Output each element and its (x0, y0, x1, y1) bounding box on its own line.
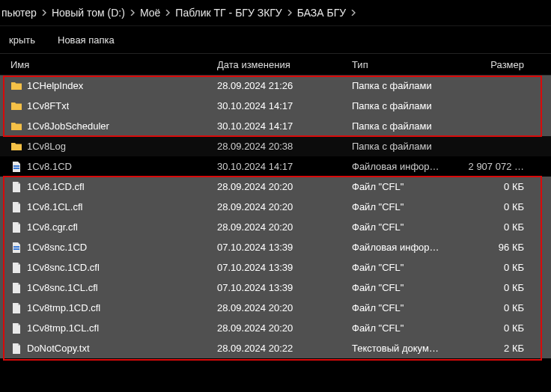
table-row[interactable]: 1Cv8JobScheduler30.10.2024 14:17Папка с … (0, 116, 551, 136)
file-name: 1Cv8JobScheduler (27, 120, 109, 132)
file-size: 0 КБ (464, 221, 524, 233)
table-row[interactable]: 1Cv8.cgr.cfl28.09.2024 20:20Файл "CFL"0 … (0, 217, 551, 237)
folder-icon (10, 80, 22, 92)
chevron-right-icon (284, 10, 296, 16)
breadcrumb-segment[interactable]: БАЗА БГУ (296, 7, 347, 19)
file-name: 1Cv8snc.1CD (27, 242, 87, 253)
file-icon (10, 221, 22, 233)
file-name: 1Cv8FTxt (27, 100, 69, 111)
file-date: 28.09.2024 21:26 (217, 80, 352, 91)
file-date: 07.10.2024 13:39 (217, 242, 352, 253)
table-row[interactable]: 1Cv8tmp.1CD.cfl28.09.2024 20:20Файл "CFL… (0, 298, 551, 318)
file-icon (10, 302, 22, 314)
breadcrumb-segment[interactable]: Моё (138, 7, 162, 19)
folder-icon (10, 120, 22, 132)
chevron-right-icon (162, 10, 174, 16)
folder-icon (10, 100, 22, 112)
open-button[interactable]: крыть (4, 31, 40, 49)
file-date: 30.10.2024 14:17 (217, 161, 352, 172)
file-list: 1CHelpIndex28.09.2024 21:26Папка с файла… (0, 76, 551, 358)
file-type: Папка с файлами (352, 80, 464, 91)
file-type: Текстовый докум… (352, 343, 464, 354)
chevron-right-icon (347, 10, 359, 16)
file-icon (10, 201, 22, 213)
breadcrumb-segment[interactable]: пьютер (0, 7, 38, 19)
table-row[interactable]: 1Cv8snc.1CD07.10.2024 13:39Файловая инфо… (0, 237, 551, 257)
breadcrumb-segment[interactable]: Новый том (D:) (50, 7, 127, 19)
header-date[interactable]: Дата изменения (217, 59, 352, 70)
table-row[interactable]: 1Cv8Log28.09.2024 20:38Папка с файлами (0, 136, 551, 156)
file-name: DoNotCopy.txt (27, 343, 90, 354)
file-date: 07.10.2024 13:39 (217, 262, 352, 273)
breadcrumb[interactable]: пьютерНовый том (D:)МоёПаблик ТГ - БГУ З… (0, 0, 551, 26)
file-date: 28.09.2024 20:20 (217, 221, 352, 233)
file-date: 30.10.2024 14:17 (217, 100, 352, 111)
file-date: 28.09.2024 20:20 (217, 302, 352, 313)
file-name: 1Cv8Log (27, 141, 66, 152)
file-type: Файл "CFL" (352, 181, 464, 192)
file-size: 2 КБ (464, 343, 524, 354)
file-name: 1Cv8tmp.1CD.cfl (27, 302, 100, 313)
table-row[interactable]: 1Cv8.1CL.cfl28.09.2024 20:20Файл "CFL"0 … (0, 197, 551, 217)
file-size: 0 КБ (464, 181, 524, 192)
chevron-right-icon (127, 10, 138, 16)
svg-rect-0 (13, 165, 19, 167)
file-name: 1CHelpIndex (27, 80, 83, 91)
table-row[interactable]: 1Cv8.1CD30.10.2024 14:17Файловая инфор…2… (0, 156, 551, 177)
breadcrumb-segment[interactable]: Паблик ТГ - БГУ ЗКГУ (174, 7, 283, 19)
header-size[interactable]: Размер (464, 59, 532, 70)
file-icon (10, 262, 22, 274)
file-name: 1Cv8.1CD (27, 161, 72, 172)
file-name: 1Cv8.cgr.cfl (27, 221, 78, 233)
file-type: Файловая инфор… (352, 242, 464, 253)
file-date: 28.09.2024 20:20 (217, 201, 352, 212)
file-type: Файловая инфор… (352, 161, 464, 172)
table-row[interactable]: 1CHelpIndex28.09.2024 21:26Папка с файла… (0, 76, 551, 96)
file-type: Папка с файлами (352, 141, 464, 152)
toolbar: крыть Новая папка (0, 26, 551, 54)
file-size: 0 КБ (464, 282, 524, 293)
file-size: 0 КБ (464, 262, 524, 273)
file-size: 0 КБ (464, 322, 524, 334)
column-headers: Имя Дата изменения Тип Размер (0, 54, 551, 76)
file-date: 28.09.2024 20:20 (217, 322, 352, 334)
file-date: 30.10.2024 14:17 (217, 120, 352, 132)
file-type: Файл "CFL" (352, 322, 464, 334)
table-row[interactable]: 1Cv8tmp.1CL.cfl28.09.2024 20:20Файл "CFL… (0, 318, 551, 338)
file-date: 28.09.2024 20:20 (217, 181, 352, 192)
file-name: 1Cv8snc.1CL.cfl (27, 282, 98, 293)
file-type: Файл "CFL" (352, 302, 464, 313)
header-type[interactable]: Тип (352, 59, 464, 70)
file-date: 28.09.2024 20:38 (217, 141, 352, 152)
file-type: Файл "CFL" (352, 221, 464, 233)
svg-rect-1 (13, 168, 19, 169)
header-name[interactable]: Имя (0, 59, 217, 70)
database-file-icon (10, 161, 22, 173)
svg-rect-3 (13, 248, 19, 250)
folder-icon (10, 141, 22, 153)
file-type: Файл "CFL" (352, 262, 464, 273)
table-row[interactable]: DoNotCopy.txt28.09.2024 20:22Текстовый д… (0, 338, 551, 358)
table-row[interactable]: 1Cv8FTxt30.10.2024 14:17Папка с файлами (0, 96, 551, 116)
file-size: 0 КБ (464, 201, 524, 212)
file-type: Папка с файлами (352, 100, 464, 111)
file-icon (10, 322, 22, 334)
chevron-right-icon (38, 10, 50, 16)
table-row[interactable]: 1Cv8.1CD.cfl28.09.2024 20:20Файл "CFL"0 … (0, 177, 551, 197)
file-type: Файл "CFL" (352, 282, 464, 293)
file-size: 96 КБ (464, 242, 524, 253)
file-name: 1Cv8.1CD.cfl (27, 181, 85, 192)
table-row[interactable]: 1Cv8snc.1CD.cfl07.10.2024 13:39Файл "CFL… (0, 257, 551, 278)
table-row[interactable]: 1Cv8snc.1CL.cfl07.10.2024 13:39Файл "CFL… (0, 278, 551, 298)
file-type: Папка с файлами (352, 120, 464, 132)
file-name: 1Cv8.1CL.cfl (27, 201, 82, 212)
new-folder-button[interactable]: Новая папка (53, 31, 119, 49)
file-size: 2 907 072 … (464, 161, 524, 172)
database-file-icon (10, 242, 22, 254)
file-size: 0 КБ (464, 302, 524, 313)
file-name: 1Cv8snc.1CD.cfl (27, 262, 100, 273)
file-icon (10, 181, 22, 193)
file-name: 1Cv8tmp.1CL.cfl (27, 322, 99, 334)
file-type: Файл "CFL" (352, 201, 464, 212)
file-icon (10, 282, 22, 294)
